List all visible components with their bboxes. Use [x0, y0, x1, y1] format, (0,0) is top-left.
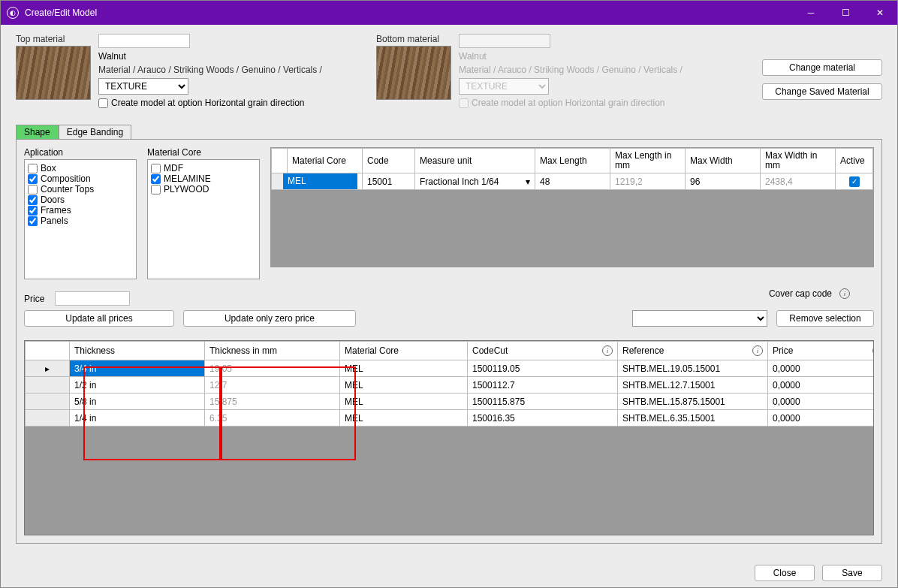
titlebar: ◐ Create/Edit Model ─ ☐ ✕: [1, 1, 897, 25]
core-table: Material CoreCodeMeasure unitMax LengthM…: [270, 147, 874, 267]
cover-cap-select[interactable]: [632, 310, 767, 327]
material-core-item[interactable]: PLYWOOD: [151, 184, 256, 194]
application-item[interactable]: Box: [28, 163, 133, 173]
material-core-listbox[interactable]: MDF MELAMINE PLYWOOD: [147, 159, 260, 279]
bottom-material-breadcrumb: Material / Arauco / Striking Woods / Gen…: [459, 65, 683, 75]
bottom-grain-checkbox: Create model at option Horizontal grain …: [459, 98, 683, 108]
table-row[interactable]: 5/8 in 15.875 MEL 1500115.875 SHTB.MEL.1…: [25, 394, 873, 410]
update-all-prices-button[interactable]: Update all prices: [24, 310, 174, 327]
price-input[interactable]: [55, 291, 130, 306]
window: ◐ Create/Edit Model ─ ☐ ✕ Top material W…: [0, 0, 898, 588]
app-icon: ◐: [7, 7, 19, 19]
top-material-name: Walnut: [98, 51, 322, 62]
bottom-texture-select: TEXTURE: [459, 78, 549, 95]
table-row[interactable]: 1/4 in 6.35 MEL 150016.35 SHTB.MEL.6.35.…: [25, 410, 873, 427]
change-material-button[interactable]: Change material: [762, 59, 882, 76]
table-row[interactable]: 1/2 in 12.7 MEL 1500112.7 SHTB.MEL.12.7.…: [25, 377, 873, 394]
application-item[interactable]: Counter Tops: [28, 184, 133, 194]
bottom-material-name: Walnut: [459, 51, 683, 62]
top-material-label: Top material: [16, 34, 91, 44]
top-material-input[interactable]: [98, 34, 190, 48]
minimize-button[interactable]: ─: [794, 1, 828, 25]
update-zero-price-button[interactable]: Update only zero price: [183, 310, 356, 327]
material-core-item[interactable]: MELAMINE: [151, 173, 256, 184]
table-row[interactable]: ▸ 3/4 in 19.05 MEL 1500119.05 SHTB.MEL.1…: [25, 360, 873, 377]
top-material-swatch: [16, 46, 91, 100]
top-grain-checkbox[interactable]: Create model at option Horizontal grain …: [98, 98, 322, 108]
info-icon[interactable]: i: [839, 288, 850, 299]
application-listbox[interactable]: Box Composition Counter Tops Doors Frame…: [24, 159, 137, 279]
material-core-item[interactable]: MDF: [151, 163, 256, 173]
material-core-label: Material Core: [147, 147, 260, 158]
cover-cap-label: Cover cap code: [769, 288, 832, 299]
bottom-material-label: Bottom material: [376, 34, 451, 44]
window-title: Create/Edit Model: [25, 8, 794, 18]
remove-selection-button[interactable]: Remove selection: [776, 310, 874, 327]
price-label: Price: [24, 294, 44, 304]
maximize-button[interactable]: ☐: [828, 1, 863, 25]
application-item[interactable]: Panels: [28, 216, 133, 226]
bottom-material-swatch: [376, 46, 451, 100]
save-button[interactable]: Save: [822, 565, 882, 581]
application-item[interactable]: Frames: [28, 205, 133, 216]
tab-shape[interactable]: Shape: [16, 125, 59, 139]
top-texture-select[interactable]: TEXTURE: [98, 78, 188, 95]
application-item[interactable]: Doors: [28, 194, 133, 205]
top-material-breadcrumb: Material / Arauco / Striking Woods / Gen…: [98, 65, 322, 75]
thickness-table: ThicknessThickness in mmMaterial CoreCod…: [24, 340, 874, 535]
application-label: Aplication: [24, 147, 137, 158]
tab-edge-banding[interactable]: Edge Banding: [59, 125, 131, 139]
change-saved-material-button[interactable]: Change Saved Material: [762, 83, 882, 100]
close-window-button[interactable]: ✕: [863, 1, 897, 25]
application-item[interactable]: Composition: [28, 173, 133, 184]
bottom-material-input: [459, 34, 550, 48]
close-button[interactable]: Close: [755, 565, 815, 581]
